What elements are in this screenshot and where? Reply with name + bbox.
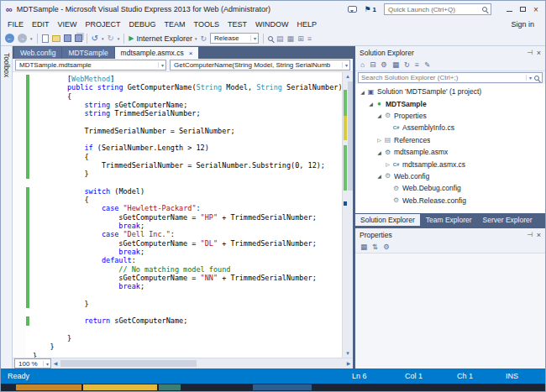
- collapse-arrow-icon[interactable]: ◢: [375, 112, 383, 118]
- code-editor[interactable]: [WebMethod] public string GetComputerNam…: [13, 72, 353, 358]
- close-panel-icon[interactable]: ×: [537, 231, 541, 239]
- members-dropdown[interactable]: GetComputerName(String Model, String Ser…: [170, 60, 350, 71]
- properties-title-bar[interactable]: Properties ⊤ ×: [355, 228, 545, 241]
- new-file-icon[interactable]: [42, 34, 49, 43]
- scrollbar-thumb[interactable]: [60, 360, 197, 367]
- code-line[interactable]: }: [33, 170, 342, 178]
- tree-item-mdtsample-asmx[interactable]: ◢⚙mdtsample.asmx: [355, 146, 545, 158]
- properties-icon[interactable]: ⚙: [381, 59, 387, 71]
- menu-tools[interactable]: TOOLS: [190, 20, 223, 29]
- code-line[interactable]: {: [33, 92, 342, 101]
- code-line[interactable]: case "Dell Inc.":: [33, 230, 342, 238]
- tree-item-mdtsample[interactable]: ◢●MDTSample: [355, 97, 545, 109]
- code-line[interactable]: [33, 135, 342, 144]
- pin-icon[interactable]: ⊤: [526, 232, 533, 238]
- tree-item-properties[interactable]: ◢⚙Properties: [355, 110, 545, 122]
- tab-mdtsample[interactable]: MDTSample: [62, 47, 113, 59]
- navigate-back-icon[interactable]: ←: [5, 34, 14, 43]
- code-line[interactable]: // No matching model found: [33, 265, 342, 274]
- scroll-right-icon[interactable]: ▶: [344, 358, 353, 368]
- home-icon[interactable]: ⌂: [360, 59, 365, 71]
- menu-help[interactable]: HELP: [292, 20, 321, 29]
- code-line[interactable]: }: [33, 300, 342, 308]
- minimize-button[interactable]: [503, 4, 515, 15]
- title-bar[interactable]: ∞ MDTSample - Microsoft Visual Studio Ex…: [1, 1, 545, 18]
- code-line[interactable]: [33, 290, 342, 299]
- menu-test[interactable]: TEST: [223, 20, 251, 29]
- code-line[interactable]: break;: [33, 222, 342, 230]
- solution-explorer-icon[interactable]: ▤: [276, 34, 284, 43]
- tree-item-mdtsample-asmx-cs[interactable]: ▷C#mdtsample.asmx.cs: [355, 158, 545, 170]
- code-line[interactable]: break;: [33, 282, 342, 290]
- collapse-all-icon[interactable]: ⊟: [370, 59, 375, 71]
- feedback-icon[interactable]: [348, 6, 357, 13]
- code-text-area[interactable]: [WebMethod] public string GetComputerNam…: [31, 72, 342, 358]
- menu-team[interactable]: TEAM: [160, 20, 190, 29]
- tree-item-web-config[interactable]: ◢⚙Web.config: [355, 170, 545, 182]
- code-line[interactable]: [33, 179, 342, 187]
- pin-icon[interactable]: ⊤: [526, 50, 533, 55]
- configuration-dropdown[interactable]: Release ▾: [210, 33, 259, 44]
- tree-item-assemblyinfo-cs[interactable]: C#AssemblyInfo.cs: [355, 122, 545, 133]
- properties-window-icon[interactable]: ▦: [287, 34, 295, 43]
- code-line[interactable]: TrimmedSerialNumber = SerialNumber.Subst…: [33, 161, 342, 170]
- collapse-arrow-icon[interactable]: ◢: [359, 89, 366, 95]
- code-line[interactable]: }: [33, 352, 342, 358]
- quick-launch-input[interactable]: Quick Launch (Ctrl+Q): [384, 3, 491, 15]
- taskbar-item[interactable]: [159, 384, 181, 390]
- sign-in-link[interactable]: Sign in: [511, 20, 543, 29]
- menu-edit[interactable]: EDIT: [28, 20, 54, 29]
- panel-tab-solution-explorer[interactable]: Solution Explorer: [355, 214, 420, 226]
- menu-file[interactable]: FILE: [3, 20, 28, 29]
- tree-item-web-release-config[interactable]: ⚙Web.Release.config: [355, 195, 545, 206]
- properties-grid[interactable]: [355, 253, 545, 368]
- solution-explorer-title-bar[interactable]: Solution Explorer ⊤ ×: [355, 46, 545, 59]
- toolbox-tab[interactable]: Toolbox: [1, 46, 13, 368]
- types-dropdown[interactable]: MDTSample.mdtsample ▾: [15, 60, 166, 71]
- code-line[interactable]: sGetComputerName = "HP" + TrimmedSerialN…: [33, 213, 342, 222]
- categorized-icon[interactable]: ▦: [360, 241, 367, 253]
- show-all-files-icon[interactable]: ▦: [392, 59, 399, 71]
- tab-web-config[interactable]: Web.config: [14, 47, 61, 59]
- edit-icon[interactable]: ✎: [424, 59, 430, 71]
- tree-item-references[interactable]: ▷▤References: [355, 134, 545, 146]
- code-line[interactable]: case "Hewlett-Packard":: [33, 204, 342, 212]
- code-line[interactable]: [33, 308, 342, 316]
- extensions-icon[interactable]: ≡: [307, 34, 312, 43]
- collapse-arrow-icon[interactable]: ◢: [375, 173, 383, 179]
- code-line[interactable]: TrimmedSerialNumber = SerialNumber;: [33, 127, 342, 135]
- expand-arrow-icon[interactable]: ▷: [384, 161, 391, 167]
- code-line[interactable]: string sGetComputerName;: [33, 101, 342, 109]
- code-line[interactable]: break;: [33, 248, 342, 256]
- code-line[interactable]: [WebMethod]: [33, 75, 342, 83]
- find-icon[interactable]: [268, 36, 273, 41]
- undo-icon[interactable]: ↺: [92, 34, 98, 43]
- horizontal-scrollbar[interactable]: ◀ ▶: [51, 358, 353, 368]
- windows-taskbar[interactable]: [1, 384, 545, 391]
- code-line[interactable]: sGetComputerName = "NN" + TrimmedSerialN…: [33, 274, 342, 282]
- navigate-forward-icon[interactable]: →: [18, 34, 27, 43]
- code-line[interactable]: }: [33, 342, 342, 351]
- save-icon[interactable]: [64, 34, 71, 42]
- refresh-icon[interactable]: ↻: [404, 59, 410, 71]
- redo-icon[interactable]: ↻: [107, 34, 113, 43]
- code-line[interactable]: public string GetComputerName(String Mod…: [33, 83, 342, 91]
- taskbar-item[interactable]: [16, 384, 81, 390]
- zoom-dropdown[interactable]: 100 % ▾: [14, 358, 51, 368]
- panel-tab-server-explorer[interactable]: Server Explorer: [478, 214, 538, 226]
- open-file-icon[interactable]: [52, 35, 60, 42]
- code-line[interactable]: {: [33, 196, 342, 204]
- collapse-arrow-icon[interactable]: ◢: [375, 149, 383, 155]
- code-line[interactable]: default:: [33, 256, 342, 264]
- taskbar-item[interactable]: [83, 384, 157, 390]
- scroll-down-icon[interactable]: ▼: [343, 349, 353, 358]
- code-line[interactable]: sGetComputerName = "DL" + TrimmedSerialN…: [33, 239, 342, 248]
- expand-arrow-icon[interactable]: ▷: [375, 137, 383, 143]
- chevron-down-icon[interactable]: ▾: [30, 36, 33, 41]
- alphabetical-icon[interactable]: ⇅: [372, 241, 378, 253]
- refresh-icon[interactable]: ↻: [201, 34, 207, 43]
- tab-mdtsample-asmx-cs[interactable]: mdtsample.asmx.cs ×: [115, 47, 199, 59]
- property-pages-icon[interactable]: ⚙: [383, 241, 390, 253]
- menu-debug[interactable]: DEBUG: [125, 20, 160, 29]
- code-line[interactable]: return sGetComputerName;: [33, 316, 342, 325]
